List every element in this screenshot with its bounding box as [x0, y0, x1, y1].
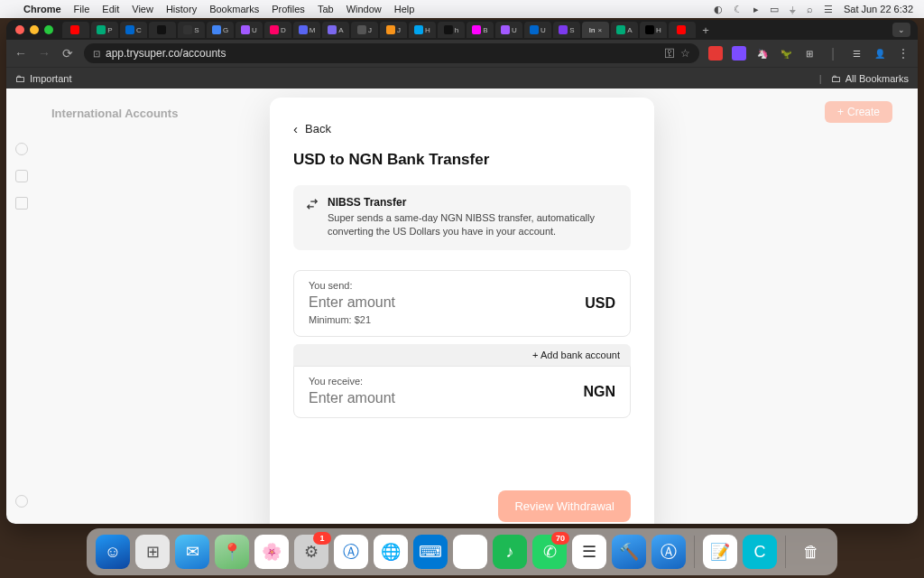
- browser-tab[interactable]: U: [236, 22, 263, 38]
- extension-icon[interactable]: 🦖: [779, 46, 793, 61]
- nav-icon[interactable]: [15, 170, 28, 182]
- dock-app-generic[interactable]: C: [743, 535, 777, 569]
- browser-tab[interactable]: H: [409, 22, 436, 38]
- status-icon[interactable]: ◐: [714, 4, 723, 15]
- browser-tab[interactable]: U: [524, 22, 551, 38]
- password-key-icon[interactable]: ⚿: [664, 47, 675, 60]
- browser-tab[interactable]: [62, 22, 89, 38]
- reload-button[interactable]: ⟳: [60, 46, 75, 61]
- browser-tab[interactable]: J: [351, 22, 378, 38]
- dock-app-trash[interactable]: 🗑: [794, 535, 828, 569]
- dock-app-maps[interactable]: 📍: [215, 535, 249, 569]
- dock-app-slack[interactable]: #: [453, 535, 487, 569]
- nav-icon[interactable]: [15, 143, 28, 155]
- browser-tab[interactable]: G: [207, 22, 234, 38]
- dock-app-appstore[interactable]: Ⓐ: [651, 535, 686, 569]
- profile-avatar[interactable]: 👤: [873, 46, 887, 61]
- extensions-menu-icon[interactable]: ⊞: [802, 46, 817, 61]
- menu-file[interactable]: File: [74, 4, 90, 14]
- moon-icon[interactable]: ☾: [734, 4, 743, 15]
- browser-tab[interactable]: M: [293, 22, 320, 38]
- app-name[interactable]: Chrome: [23, 4, 61, 14]
- send-amount-input[interactable]: [309, 294, 523, 311]
- browser-tab[interactable]: S: [553, 22, 580, 38]
- play-icon[interactable]: ▸: [753, 4, 759, 15]
- dock-app-notes[interactable]: 📝: [703, 535, 737, 569]
- menu-bookmarks[interactable]: Bookmarks: [209, 4, 259, 14]
- url-input[interactable]: ⊡ app.trysuper.co/accounts ⚿ ☆: [84, 43, 699, 63]
- menu-profiles[interactable]: Profiles: [272, 4, 305, 14]
- menu-history[interactable]: History: [166, 4, 197, 14]
- send-currency: USD: [585, 295, 615, 312]
- dock-app-xcode-tools[interactable]: 🔨: [612, 535, 646, 569]
- chevron-left-icon: ‹: [293, 121, 298, 136]
- menu-window[interactable]: Window: [346, 4, 382, 14]
- reading-list-icon[interactable]: ☰: [849, 46, 864, 61]
- maximize-window-button[interactable]: [44, 25, 53, 34]
- browser-tab[interactable]: D: [264, 22, 291, 38]
- bookmark-folder-important[interactable]: 🗀 Important: [15, 73, 71, 84]
- dock-app-finder[interactable]: ☺: [96, 535, 130, 569]
- menu-view[interactable]: View: [132, 4, 153, 14]
- browser-tab[interactable]: h: [438, 22, 465, 38]
- add-bank-account-button[interactable]: + Add bank account: [293, 344, 631, 366]
- tab-overflow-button[interactable]: ⌄: [892, 23, 910, 37]
- search-icon[interactable]: ⌕: [807, 4, 813, 14]
- minimize-window-button[interactable]: [30, 25, 39, 34]
- dock-app-photos[interactable]: 🌸: [254, 535, 289, 569]
- new-tab-button[interactable]: +: [698, 23, 714, 37]
- nav-icon[interactable]: [15, 197, 28, 210]
- dock-app-whatsapp[interactable]: ✆: [532, 535, 567, 569]
- you-receive-field[interactable]: You receive: NGN: [293, 366, 631, 418]
- browser-tab[interactable]: H: [640, 22, 667, 38]
- transfer-modal: ‹ Back USD to NGN Bank Transfer NIBSS Tr…: [270, 98, 654, 524]
- menu-edit[interactable]: Edit: [102, 4, 119, 14]
- create-button[interactable]: +Create: [825, 101, 892, 123]
- site-info-icon[interactable]: ⊡: [93, 49, 100, 59]
- menu-help[interactable]: Help: [394, 4, 415, 14]
- browser-tab[interactable]: C: [120, 22, 147, 38]
- extension-icon[interactable]: [708, 46, 723, 61]
- dock-app-xcode[interactable]: Ⓐ: [334, 535, 368, 569]
- you-send-field[interactable]: You send: USD Minimum: $21: [293, 270, 631, 337]
- dock-app-chrome[interactable]: 🌐: [374, 535, 408, 569]
- extension-icon[interactable]: [732, 46, 746, 61]
- browser-tab[interactable]: [669, 22, 696, 38]
- close-window-button[interactable]: [15, 25, 24, 34]
- dock-app-mail[interactable]: ✉: [175, 535, 209, 569]
- review-withdrawal-button[interactable]: Review Withdrawal: [498, 490, 631, 522]
- browser-tab[interactable]: B: [467, 22, 494, 38]
- side-panel-icon[interactable]: |: [826, 46, 840, 61]
- browser-tab[interactable]: S: [178, 22, 205, 38]
- bookmark-all-bookmarks[interactable]: 🗀 All Bookmarks: [831, 73, 909, 84]
- menu-tab[interactable]: Tab: [318, 4, 334, 14]
- dock-app-launchpad[interactable]: ⊞: [135, 535, 170, 569]
- back-button[interactable]: ‹ Back: [293, 121, 631, 136]
- dock-app-spotify[interactable]: ♪: [493, 535, 527, 569]
- extension-icon[interactable]: 🦄: [755, 46, 770, 61]
- browser-tab-active[interactable]: In ×: [582, 22, 609, 38]
- receive-amount-input[interactable]: [309, 390, 523, 406]
- dock-app-vscode[interactable]: ⌨: [413, 535, 448, 569]
- menubar-clock[interactable]: Sat Jun 22 6:32: [844, 4, 913, 14]
- dock-separator: [694, 536, 695, 568]
- dock-app-settings[interactable]: ⚙: [294, 535, 328, 569]
- display-icon[interactable]: ▭: [770, 4, 779, 15]
- window-controls: [15, 25, 53, 34]
- dock-app-reminders[interactable]: ☰: [572, 535, 606, 569]
- control-center-icon[interactable]: ☰: [824, 4, 833, 15]
- settings-icon[interactable]: [15, 495, 28, 508]
- forward-button[interactable]: →: [37, 46, 51, 61]
- back-button[interactable]: ←: [14, 46, 28, 61]
- wifi-icon[interactable]: ⏚: [790, 4, 796, 14]
- chrome-menu-icon[interactable]: ⋮: [896, 46, 910, 61]
- browser-tab[interactable]: U: [495, 22, 522, 38]
- browser-tab[interactable]: J: [380, 22, 407, 38]
- browser-tab[interactable]: A: [611, 22, 638, 38]
- browser-tab[interactable]: [149, 22, 176, 38]
- bookmark-star-icon[interactable]: ☆: [680, 47, 690, 60]
- address-bar: ← → ⟳ ⊡ app.trysuper.co/accounts ⚿ ☆ 🦄 🦖…: [6, 40, 918, 67]
- browser-tab[interactable]: A: [322, 22, 349, 38]
- send-minimum: Minimum: $21: [309, 314, 615, 325]
- browser-tab[interactable]: P: [91, 22, 118, 38]
